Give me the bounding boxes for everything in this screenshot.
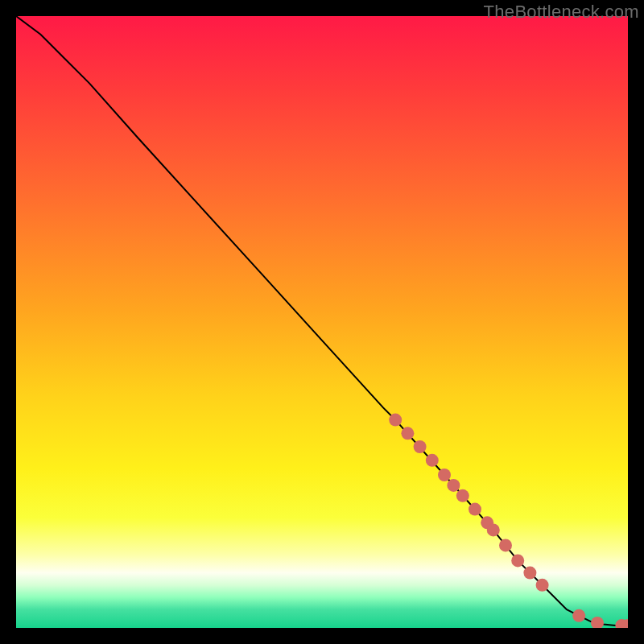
data-marker <box>511 554 524 567</box>
gradient-background <box>16 16 628 628</box>
data-marker <box>438 469 451 481</box>
chart-frame: TheBottleneck.com <box>0 0 644 644</box>
chart-svg <box>16 16 628 628</box>
data-marker <box>414 440 427 453</box>
data-marker <box>426 454 439 467</box>
data-marker <box>401 427 414 440</box>
data-marker <box>572 609 585 622</box>
data-marker <box>523 567 536 580</box>
data-marker <box>487 523 500 536</box>
data-marker <box>456 489 469 502</box>
data-marker <box>447 479 460 492</box>
data-marker <box>389 414 402 427</box>
data-marker <box>536 579 549 592</box>
plot-area <box>16 16 628 628</box>
data-marker <box>499 539 512 551</box>
data-marker <box>469 503 481 516</box>
watermark-text: TheBottleneck.com <box>484 2 639 23</box>
